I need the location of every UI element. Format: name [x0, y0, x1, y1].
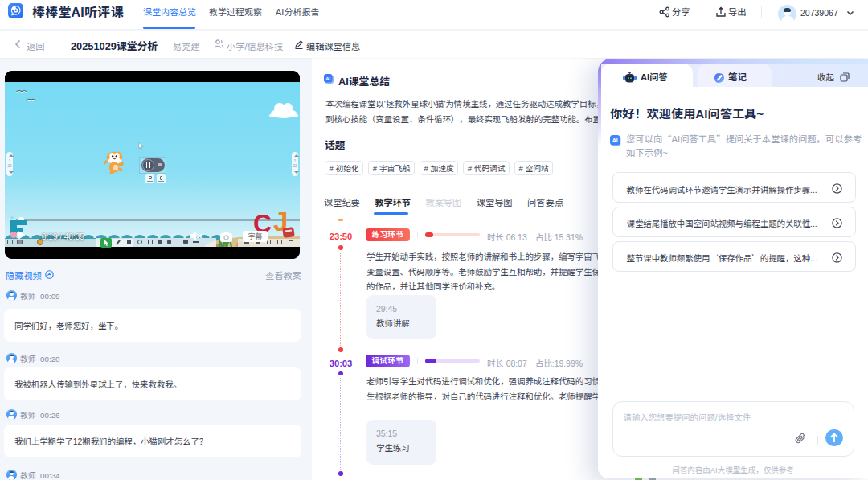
svg-text:AI: AI [612, 137, 618, 143]
svg-text:AI: AI [326, 76, 330, 81]
